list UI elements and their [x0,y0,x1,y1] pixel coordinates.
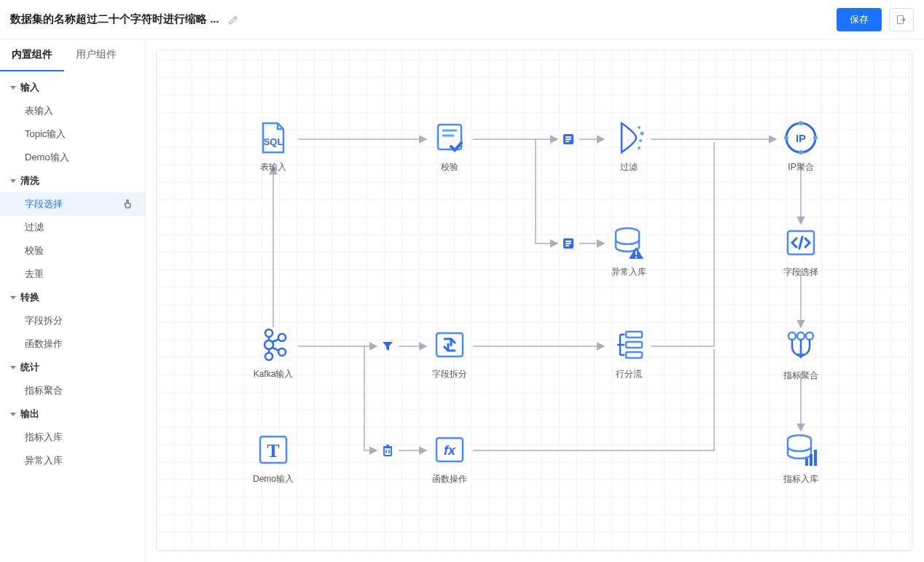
tree-item-topic-input[interactable]: Topic输入 [0,122,145,146]
header-right: 保存 [837,8,914,31]
header-left: 数据集的名称超过二十个字符时进行缩略 ... [10,12,240,26]
tree-item-filter[interactable]: 过滤 [0,216,145,239]
node-field-select[interactable]: 字段选择 [772,225,830,278]
caret-down-icon [10,179,16,183]
tree-item-validate[interactable]: 校验 [0,239,145,262]
svg-line-26 [273,339,279,342]
code-box-icon [783,225,818,260]
validate-icon [432,120,467,155]
cursor-hand-icon [123,199,133,209]
tree-item-dedupe[interactable]: 去重 [0,262,145,286]
node-field-split[interactable]: 字段拆分 [420,327,479,380]
svg-point-11 [813,136,818,140]
node-validate[interactable]: 校验 [420,120,479,173]
sql-file-icon: SQL [256,120,291,155]
tree-item-metric-store[interactable]: 指标入库 [0,426,145,449]
edit-icon[interactable] [228,14,240,26]
svg-rect-41 [810,454,813,466]
tree-group-transform[interactable]: 转换 [0,286,145,309]
svg-point-10 [799,121,803,125]
node-label: Demo输入 [253,473,294,485]
text-t-icon: T [256,432,291,467]
tree-item-exception-store[interactable]: 异常入库 [0,449,145,472]
node-func-op[interactable]: fx 函数操作 [420,432,479,485]
svg-rect-31 [626,352,642,358]
node-filter[interactable]: 过滤 [600,120,658,173]
component-tree: 输入 表输入 Topic输入 Demo输入 清洗 字段选择 过滤 校验 去重 转… [0,71,145,472]
svg-rect-50 [565,245,569,246]
caret-down-icon [10,296,16,300]
tree-item-func-op[interactable]: 函数操作 [0,332,145,356]
svg-point-8 [638,147,641,149]
tree-item-field-select[interactable]: 字段选择 [0,192,145,216]
node-ip-agg[interactable]: IP IP聚合 [772,120,830,173]
tree-group-label: 输入 [20,81,39,94]
svg-rect-42 [814,450,817,466]
doc-icon[interactable] [562,237,575,250]
svg-rect-49 [565,243,571,244]
svg-line-27 [273,348,279,351]
svg-point-34 [806,332,813,340]
caret-down-icon [10,366,16,370]
node-label: 指标聚合 [783,370,818,382]
node-label: Kafka输入 [254,368,294,380]
svg-text:IP: IP [796,132,806,144]
node-demo-input[interactable]: T Demo输入 [244,432,302,485]
node-label: 指标入库 [783,473,818,485]
svg-point-21 [265,353,273,360]
canvas[interactable]: SQL 表输入 校验 过滤 IP [156,50,912,551]
node-kafka-input[interactable]: Kafka输入 [244,327,302,380]
aggregate-icon [783,329,818,364]
header: 数据集的名称超过二十个字符时进行缩略 ... 保存 [0,0,924,39]
kafka-icon [256,327,291,362]
tab-builtin-components[interactable]: 内置组件 [0,39,64,71]
tree-group-input[interactable]: 输入 [0,76,145,99]
export-button[interactable] [889,8,914,31]
caret-down-icon [10,86,16,90]
node-metric-store[interactable]: 指标入库 [772,432,830,485]
tree-group-stats[interactable]: 统计 [0,356,145,379]
trash-icon[interactable] [381,444,394,457]
tree-item-demo-input[interactable]: Demo输入 [0,146,145,169]
db-warning-icon [611,225,646,260]
tree-item-field-split[interactable]: 字段拆分 [0,309,145,332]
node-label: 过滤 [620,161,638,173]
svg-rect-48 [565,241,571,242]
node-label: 函数操作 [432,473,467,485]
svg-text:T: T [267,440,279,461]
node-label: 表输入 [260,161,286,173]
tree-item-table-input[interactable]: 表输入 [0,99,145,122]
filter-dots-icon [611,120,646,155]
tree-group-output[interactable]: 输出 [0,402,145,426]
svg-rect-44 [565,136,571,138]
svg-point-23 [278,348,286,356]
node-table-input[interactable]: SQL 表输入 [244,120,302,173]
svg-rect-46 [565,141,569,142]
save-button[interactable]: 保存 [837,8,882,31]
node-label: 字段选择 [783,266,818,278]
page-title: 数据集的名称超过二十个字符时进行缩略 ... [10,12,219,26]
tab-user-components[interactable]: 用户组件 [64,39,128,71]
svg-point-12 [799,150,803,155]
svg-point-13 [784,136,788,140]
doc-icon[interactable] [562,133,575,146]
sidebar-tabs: 内置组件 用户组件 [0,39,145,71]
node-metric-agg[interactable]: 指标聚合 [772,329,830,382]
tree-group-clean[interactable]: 清洗 [0,169,145,192]
tree-item-metric-agg[interactable]: 指标聚合 [0,379,145,402]
caret-down-icon [10,413,16,416]
svg-rect-45 [565,138,571,140]
node-label: IP聚合 [788,161,813,173]
svg-rect-30 [626,342,642,348]
svg-point-17 [635,257,637,258]
filter-icon[interactable] [381,340,394,353]
node-exception-store[interactable]: 异常入库 [600,225,658,278]
svg-rect-28 [436,333,463,356]
svg-text:SQL: SQL [264,136,283,147]
node-label: 校验 [441,161,458,173]
svg-rect-29 [626,332,642,337]
tree-group-label: 输出 [20,407,39,421]
node-row-split[interactable]: 行分流 [600,327,658,380]
tree-group-label: 转换 [20,291,39,304]
sidebar: 内置组件 用户组件 输入 表输入 Topic输入 Demo输入 清洗 字段选择 … [0,39,146,562]
